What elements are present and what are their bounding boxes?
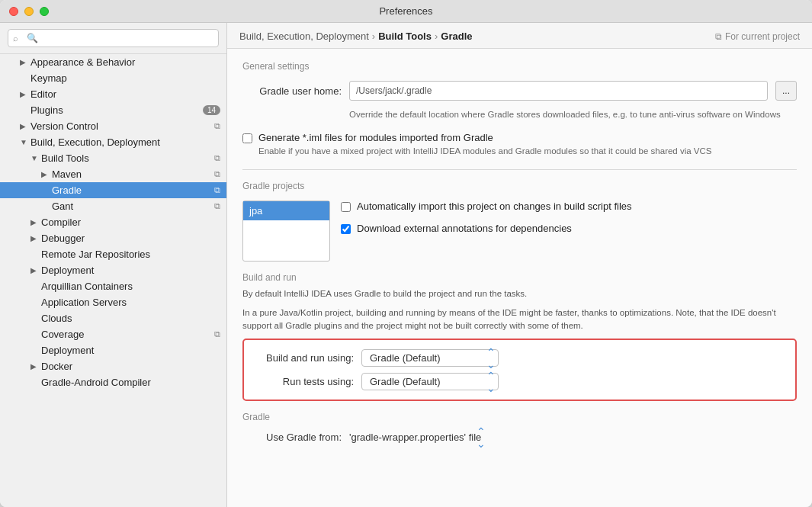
share-icon: ⧉ [214, 185, 220, 195]
sidebar-item-appearance[interactable]: ▶ Appearance & Behavior [0, 54, 226, 70]
breadcrumb: Build, Execution, Deployment › Build Too… [239, 30, 473, 42]
project-icon: ⧉ [715, 31, 722, 42]
sidebar-item-build-tools[interactable]: ▼ Build Tools ⧉ [0, 150, 226, 166]
sidebar-item-gant[interactable]: Gant ⧉ [0, 198, 226, 214]
sidebar-item-label: Plugins [30, 104, 203, 116]
gradle-use-section: Gradle Use Gradle from: 'gradle-wrapper.… [242, 412, 797, 443]
build-using-select[interactable]: Gradle (Default) IntelliJ IDEA [361, 349, 499, 367]
sidebar-item-label: Version Control [30, 120, 214, 132]
download-annotations-label: Download external annotations for depend… [357, 223, 572, 234]
sidebar-item-maven[interactable]: ▶ Maven ⧉ [0, 166, 226, 182]
download-annotations-checkbox[interactable] [341, 224, 351, 234]
search-input[interactable] [8, 29, 219, 47]
sidebar-item-label: Deployment [41, 265, 220, 276]
auto-import-checkbox[interactable] [341, 202, 351, 212]
share-icon: ⧉ [214, 329, 220, 339]
sidebar-item-label: Editor [30, 88, 220, 100]
gradle-home-input[interactable] [349, 81, 768, 101]
share-icon: ⧉ [214, 201, 220, 211]
sidebar-item-gradle[interactable]: Gradle ⧉ [0, 182, 226, 198]
auto-import-label: Automatically import this project on cha… [357, 201, 632, 212]
sidebar-item-label: Debugger [41, 233, 220, 244]
build-run-box: Build and run using: Gradle (Default) In… [242, 339, 797, 401]
share-icon: ⧉ [214, 153, 220, 163]
plugins-badge: 14 [203, 105, 220, 115]
sidebar-item-label: Keymap [30, 72, 220, 84]
sidebar-item-clouds[interactable]: Clouds [0, 310, 226, 326]
sidebar-item-label: Gradle [52, 185, 214, 196]
panel-body: General settings Gradle user home: ... O… [227, 49, 812, 507]
sidebar-item-coverage[interactable]: Coverage ⧉ [0, 326, 226, 342]
sidebar-item-label: Compiler [41, 217, 220, 228]
build-run-desc1: By default IntelliJ IDEA uses Gradle to … [242, 287, 797, 300]
gradle-home-hint: Override the default location where Grad… [349, 108, 797, 121]
sidebar-item-label: Deployment [41, 345, 220, 356]
sidebar-item-app-servers[interactable]: Application Servers [0, 294, 226, 310]
sidebar-item-build-exec[interactable]: ▼ Build, Execution, Deployment [0, 134, 226, 150]
run-tests-select[interactable]: Gradle (Default) IntelliJ IDEA [361, 373, 499, 390]
for-project: ⧉ For current project [715, 31, 800, 42]
breadcrumb-sep2: › [435, 30, 438, 42]
general-settings-label: General settings [242, 61, 797, 72]
gradle-home-browse-button[interactable]: ... [775, 81, 797, 101]
build-using-row: Build and run using: Gradle (Default) In… [255, 349, 785, 367]
preferences-window: Preferences ⌕ ▶ Appearance & Behavior Ke… [0, 0, 812, 507]
close-button[interactable] [9, 7, 18, 16]
main-content: ⌕ ▶ Appearance & Behavior Keymap ▶ Edito… [0, 23, 812, 507]
sidebar-item-label: Remote Jar Repositories [41, 249, 220, 260]
run-tests-label: Run tests using: [255, 376, 354, 387]
sidebar-item-label: Gradle-Android Compiler [41, 377, 220, 388]
sidebar-item-debugger[interactable]: ▶ Debugger [0, 230, 226, 246]
sidebar-item-keymap[interactable]: Keymap [0, 70, 226, 86]
sidebar-item-remote-jar[interactable]: Remote Jar Repositories [0, 246, 226, 262]
window-title: Preferences [379, 5, 432, 17]
gradle-home-row: Gradle user home: ... [242, 81, 797, 101]
sidebar-item-version-control[interactable]: ▶ Version Control ⧉ [0, 118, 226, 134]
search-box: ⌕ [0, 23, 226, 54]
arrow-icon: ▶ [30, 234, 41, 242]
sidebar-item-label: Application Servers [41, 297, 220, 308]
sidebar-item-label: Gant [52, 201, 214, 212]
gradle-home-label: Gradle user home: [242, 85, 342, 97]
divider [242, 169, 797, 170]
generate-iml-label: Generate *.iml files for modules importe… [258, 132, 712, 143]
sidebar-item-editor[interactable]: ▶ Editor [0, 86, 226, 102]
arrow-icon: ▼ [20, 138, 30, 146]
gradle-use-from-value: 'gradle-wrapper.properties' file [349, 432, 481, 443]
sidebar-item-label: Build Tools [41, 152, 214, 164]
sidebar-item-plugins[interactable]: Plugins 14 [0, 102, 226, 118]
arrow-icon: ▼ [30, 154, 41, 162]
arrow-icon: ▶ [41, 170, 52, 178]
sidebar-item-docker[interactable]: ▶ Docker [0, 358, 226, 374]
build-using-label: Build and run using: [255, 352, 354, 364]
gradle-use-from-label: Use Gradle from: [242, 432, 342, 443]
minimize-button[interactable] [24, 7, 34, 16]
share-icon: ⧉ [214, 121, 220, 131]
titlebar: Preferences [0, 0, 812, 23]
sidebar-item-label: Build, Execution, Deployment [30, 136, 220, 148]
sidebar-item-label: Maven [52, 168, 214, 180]
project-options: Automatically import this project on cha… [341, 201, 797, 262]
sidebar-item-label: Clouds [41, 313, 220, 324]
breadcrumb-part3: Gradle [441, 30, 472, 42]
sidebar-item-label: Appearance & Behavior [30, 56, 220, 68]
search-icon: ⌕ [13, 34, 18, 43]
sidebar-item-compiler[interactable]: ▶ Compiler [0, 214, 226, 230]
auto-import-row: Automatically import this project on cha… [341, 201, 797, 212]
breadcrumb-part1: Build, Execution, Deployment [239, 30, 369, 42]
sidebar-item-gradle-android[interactable]: Gradle-Android Compiler [0, 374, 226, 390]
project-list-item[interactable]: jpa [243, 201, 329, 220]
run-tests-select-wrapper: Gradle (Default) IntelliJ IDEA ⌃⌄ [361, 373, 499, 390]
sidebar-item-deployment2[interactable]: Deployment [0, 342, 226, 358]
build-run-section-label: Build and run [242, 272, 797, 283]
arrow-icon: ▶ [20, 58, 30, 66]
maximize-button[interactable] [40, 7, 49, 16]
generate-iml-checkbox[interactable] [242, 133, 252, 143]
generate-iml-row: Generate *.iml files for modules importe… [242, 132, 797, 158]
sidebar-item-label: Docker [41, 361, 220, 372]
sidebar-item-deployment[interactable]: ▶ Deployment [0, 262, 226, 278]
generate-iml-hint: Enable if you have a mixed project with … [258, 145, 712, 158]
build-using-select-wrapper: Gradle (Default) IntelliJ IDEA ⌃⌄ [361, 349, 499, 367]
sidebar: ⌕ ▶ Appearance & Behavior Keymap ▶ Edito… [0, 23, 227, 507]
sidebar-item-arquillian[interactable]: Arquillian Containers [0, 278, 226, 294]
